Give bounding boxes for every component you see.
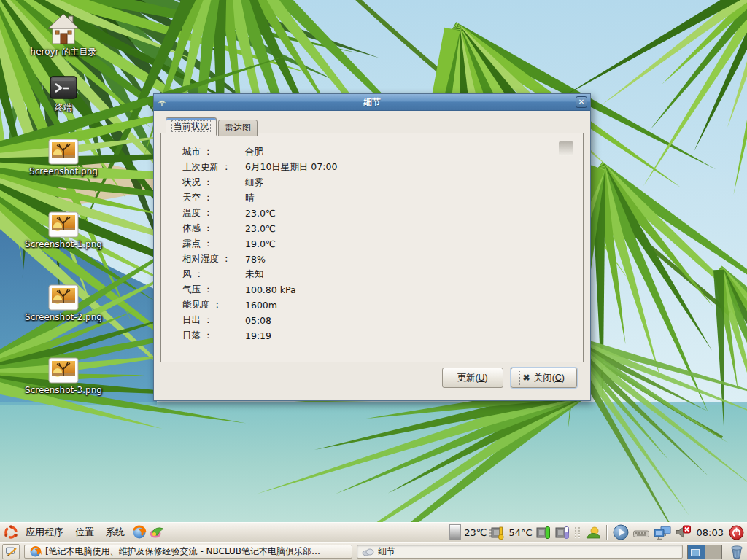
tab-radar-map[interactable]: 雷达图	[218, 120, 258, 136]
screen: heroyr 的主目录 终端 Screenshot.png Screenshot…	[0, 0, 747, 560]
window-list-taskbar: [笔记本电脑使用、维护及保修经验交流 - NBCLUB笔记本电脑俱乐部… 细节	[0, 542, 747, 560]
firefox-icon	[29, 545, 42, 558]
tray-separator	[606, 525, 607, 540]
tab-bar: 当前状况 雷达图	[166, 117, 258, 136]
close-icon: ✖	[523, 373, 530, 383]
trash-applet[interactable]	[729, 543, 745, 560]
app-launcher-icon[interactable]	[149, 524, 165, 540]
system-tray: 23℃ 54°C	[449, 524, 747, 541]
detail-row-wind: 风 ：未知	[182, 267, 583, 282]
tray-app-icon[interactable]	[585, 524, 601, 540]
taskbar-item-details[interactable]: 细节	[357, 545, 683, 559]
workspace-1[interactable]	[688, 545, 705, 559]
detail-row-sky: 天空 ：晴	[182, 190, 583, 206]
desktop-icon-label: Screenshot-2.png	[25, 313, 102, 322]
desktop-icon-label: heroyr 的主目录	[31, 47, 97, 57]
taskbar-item-firefox[interactable]: [笔记本电脑使用、维护及保修经验交流 - NBCLUB笔记本电脑俱乐部…	[24, 545, 352, 559]
desktop-icon-screenshot-2[interactable]: Screenshot-2.png	[15, 284, 112, 322]
workspace-switcher[interactable]	[687, 545, 722, 559]
detail-row-sunrise: 日出 ：05:08	[182, 313, 583, 328]
tab-current-conditions[interactable]: 当前状况	[166, 117, 217, 136]
detail-row-condition: 状况 ：细雾	[182, 175, 583, 190]
desktop-icon-terminal[interactable]: 终端	[15, 74, 112, 112]
cpu-temperature-value: 54°C	[508, 527, 532, 538]
volume-muted-icon[interactable]	[675, 524, 692, 540]
desktop-icon-home[interactable]: heroyr 的主目录	[15, 12, 112, 57]
cpu-thermometer-icon[interactable]	[489, 525, 506, 540]
image-thumbnail-icon	[48, 357, 79, 384]
detail-row-feels-like: 体感 ：23.0℃	[182, 221, 583, 236]
temperature-sensor-value: 23℃	[464, 527, 487, 538]
desktop-icon-label: Screenshot-1.png	[25, 240, 102, 249]
detail-row-humidity: 相对湿度 ：78%	[182, 252, 583, 267]
cpu-green-gauge-icon[interactable]	[535, 525, 551, 540]
detail-row-sunset: 日落 ：19:19	[182, 328, 583, 343]
panel-menus: 应用程序 位置 系统	[0, 523, 165, 542]
detail-row-dew-point: 露点 ：19.0℃	[182, 236, 583, 252]
indicator-box[interactable]	[449, 524, 461, 540]
home-icon	[47, 12, 80, 45]
menu-places[interactable]: 位置	[70, 523, 99, 542]
workspace-window-preview	[691, 549, 700, 556]
menu-system[interactable]: 系统	[101, 523, 130, 542]
update-button[interactable]: 更新(U)	[442, 368, 503, 388]
detail-row-last-update: 上次更新 ：6月10日星期日 07:00	[182, 160, 583, 175]
desktop-icon-label: Screenshot-3.png	[25, 386, 102, 395]
ubuntu-logo-icon[interactable]	[3, 524, 19, 540]
terminal-icon	[49, 74, 78, 101]
desktop-icon-screenshot-1[interactable]: Screenshot-1.png	[15, 211, 112, 249]
desktop-icon-label: Screenshot.png	[29, 167, 98, 176]
detail-row-pressure: 气压 ：100.80 kPa	[182, 282, 583, 298]
power-icon[interactable]	[728, 524, 745, 541]
firefox-launcher-icon[interactable]	[131, 524, 147, 540]
dialog-title: 细节	[154, 96, 590, 109]
desktop-icon-label: 终端	[55, 103, 72, 112]
close-button[interactable]: ✖ 关闭(C)	[511, 368, 577, 388]
media-play-icon[interactable]	[612, 524, 630, 541]
show-desktop-icon	[5, 546, 17, 557]
image-thumbnail-icon	[48, 211, 79, 238]
image-thumbnail-icon	[48, 139, 79, 165]
weather-detail-list: 城市 ：合肥 上次更新 ：6月10日星期日 07:00 状况 ：细雾 天空 ：晴…	[161, 133, 583, 343]
detail-row-temperature: 温度 ：23.0℃	[182, 206, 583, 221]
dialog-titlebar[interactable]: 细节 ✕	[154, 94, 590, 111]
drag-handle[interactable]	[575, 527, 581, 537]
trash-icon	[729, 543, 745, 560]
weather-cloud-icon	[362, 547, 374, 556]
current-conditions-page: 城市 ：合肥 上次更新 ：6月10日星期日 07:00 状况 ：细雾 天空 ：晴…	[160, 133, 584, 362]
detail-row-city: 城市 ：合肥	[182, 144, 583, 160]
clock-applet[interactable]: 08:03	[695, 527, 725, 538]
image-thumbnail-icon	[48, 284, 79, 311]
weather-image-placeholder	[559, 141, 573, 156]
show-desktop-button[interactable]	[2, 544, 20, 559]
close-window-button[interactable]: ✕	[576, 96, 587, 108]
menu-applications[interactable]: 应用程序	[20, 523, 69, 542]
cpu-purple-gauge-icon[interactable]	[554, 525, 570, 540]
dialog-button-row: 更新(U) ✖ 关闭(C)	[442, 368, 577, 388]
keyboard-icon[interactable]	[632, 524, 650, 540]
workspace-2[interactable]	[705, 545, 721, 559]
gnome-panel: 应用程序 位置 系统 23℃	[0, 522, 747, 542]
detail-row-visibility: 能见度 ：1600m	[182, 298, 583, 313]
desktop-icon-screenshot[interactable]: Screenshot.png	[15, 139, 112, 176]
network-monitors-icon[interactable]	[653, 524, 672, 541]
weather-details-dialog: 细节 ✕ 当前状况 雷达图 城市 ：合肥 上次更新 ：6月10日星期日 07:0…	[153, 93, 591, 401]
desktop-icon-screenshot-3[interactable]: Screenshot-3.png	[15, 357, 112, 395]
